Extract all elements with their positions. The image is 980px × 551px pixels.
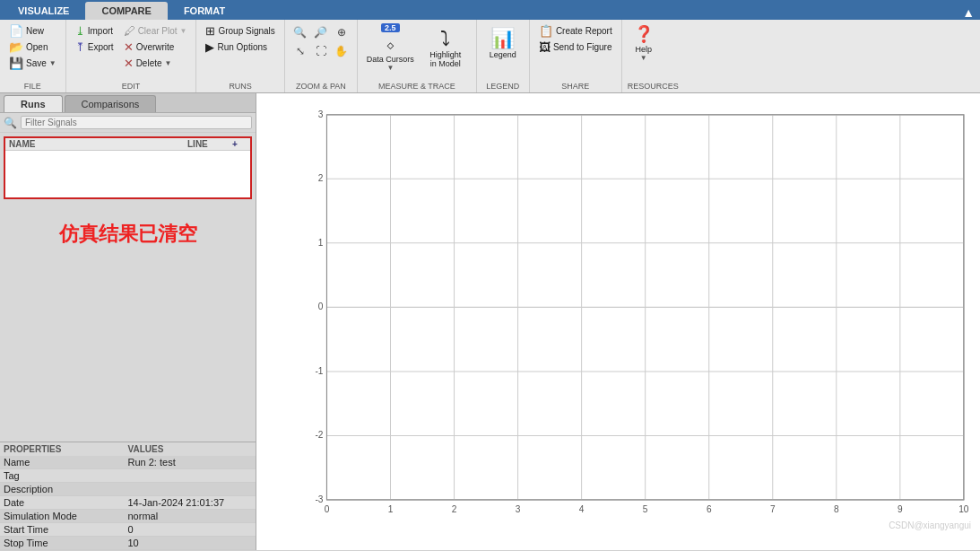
file-buttons: 📄 New 📂 Open 💾 Save ▼ xyxy=(5,23,60,80)
svg-text:-1: -1 xyxy=(315,366,323,376)
svg-text:1: 1 xyxy=(318,238,324,248)
svg-text:0: 0 xyxy=(325,504,330,514)
tab-format[interactable]: FORMAT xyxy=(168,2,241,20)
svg-text:8: 8 xyxy=(834,504,839,514)
svg-text:7: 7 xyxy=(770,504,776,514)
zoom-out-button[interactable]: 🔎 xyxy=(311,23,331,41)
legend-icon: 📊 xyxy=(490,27,515,50)
left-panel: Runs Comparisons 🔍 NAME LINE + 仿真结果已清空 P… xyxy=(0,93,256,550)
property-row: Tag xyxy=(0,469,256,483)
open-icon: 📂 xyxy=(9,40,23,54)
property-row: NameRun 2: test xyxy=(0,456,256,469)
ribbon-toolbar: 📄 New 📂 Open 💾 Save ▼ FILE ⤓ xyxy=(0,20,980,93)
create-report-icon: 📋 xyxy=(539,24,553,38)
add-signal-button[interactable]: + xyxy=(232,139,247,149)
legend-button[interactable]: 📊 Legend xyxy=(482,23,524,63)
svg-text:5: 5 xyxy=(643,504,648,514)
delete-icon: ✕ xyxy=(124,57,134,70)
data-cursors-button[interactable]: ⬦ Data Cursors ▼ xyxy=(363,33,418,74)
ribbon-zoom-pan-section: 🔍 🔎 ⊕ ⤡ ⛶ ✋ ZOOM & PAN xyxy=(285,20,358,92)
send-to-figure-button[interactable]: 🖼 Send to Figure xyxy=(535,39,616,55)
ribbon-resources-section: ❓ Help ▼ RESOURCES xyxy=(622,20,684,92)
svg-text:9: 9 xyxy=(898,504,903,514)
property-row: Stop Time10 xyxy=(0,537,256,550)
save-icon: 💾 xyxy=(9,57,23,70)
zoom-cursor-button[interactable]: ⊕ xyxy=(332,23,351,41)
tab-comparisons[interactable]: Comparisons xyxy=(65,95,157,112)
ribbon-edit-section: ⤓ Import ⤒ Export 🖊 Clear Plot ▼ ✕ Overw… xyxy=(66,20,197,92)
delete-button[interactable]: ✕ Delete ▼ xyxy=(120,56,191,71)
collapse-ribbon-button[interactable]: ▲ xyxy=(962,5,980,20)
clear-plot-button[interactable]: 🖊 Clear Plot ▼ xyxy=(120,23,191,39)
zoom-empty1 xyxy=(291,61,310,79)
group-signals-button[interactable]: ⊞ Group Signals xyxy=(202,23,278,39)
property-row: Start Time0 xyxy=(0,523,256,537)
properties-rows: NameRun 2: testTagDescriptionDate14-Jan-… xyxy=(0,456,256,550)
top-tab-bar: VISUALIZE COMPARE FORMAT ▲ xyxy=(0,0,980,20)
help-button[interactable]: ❓ Help ▼ xyxy=(628,23,660,65)
notice-text: 仿真结果已清空 xyxy=(0,203,256,266)
zoom-x-button[interactable]: ⤡ xyxy=(291,42,310,60)
ribbon-measure-trace-section: 2.5 ⬦ Data Cursors ▼ ⤵ Highlight in Mode… xyxy=(358,20,477,92)
group-signals-icon: ⊞ xyxy=(205,24,215,38)
tab-visualize[interactable]: VISUALIZE xyxy=(2,2,85,20)
overwrite-icon: ✕ xyxy=(124,40,134,54)
svg-text:10: 10 xyxy=(958,504,969,514)
zoom-empty2 xyxy=(311,61,331,79)
open-button[interactable]: 📂 Open xyxy=(5,39,60,55)
run-options-icon: ▶ xyxy=(205,40,214,54)
data-cursors-container: 2.5 ⬦ Data Cursors ▼ xyxy=(363,23,418,74)
search-icon: 🔍 xyxy=(4,117,17,129)
ribbon-file-section: 📄 New 📂 Open 💾 Save ▼ FILE xyxy=(0,20,66,92)
data-cursors-icon: ⬦ xyxy=(386,35,395,55)
tab-runs[interactable]: Runs xyxy=(4,95,63,112)
ribbon-runs-section: ⊞ Group Signals ▶ Run Options RUNS xyxy=(196,20,284,92)
chart-area: 3210-1-2-3012345678910 CSDN@xiangyangui xyxy=(256,93,980,550)
create-report-button[interactable]: 📋 Create Report xyxy=(535,23,616,39)
signal-list: NAME LINE + xyxy=(4,136,252,199)
properties-panel: PROPERTIES VALUES NameRun 2: testTagDesc… xyxy=(0,442,256,550)
svg-text:-3: -3 xyxy=(315,494,323,504)
zoom-empty3 xyxy=(332,61,351,79)
zoom-fit-button[interactable]: ⛶ xyxy=(311,42,331,60)
export-icon: ⤒ xyxy=(75,40,85,54)
send-to-figure-icon: 🖼 xyxy=(539,40,551,54)
export-button[interactable]: ⤒ Export xyxy=(72,39,117,55)
property-row: Simulation Modenormal xyxy=(0,510,256,523)
zoom-pan-grid: 🔍 🔎 ⊕ ⤡ ⛶ ✋ xyxy=(291,23,351,79)
svg-text:2: 2 xyxy=(452,504,457,514)
filter-signals-input[interactable] xyxy=(21,116,252,129)
edit-buttons: ⤓ Import ⤒ Export 🖊 Clear Plot ▼ ✕ Overw… xyxy=(72,23,191,80)
help-icon: ❓ xyxy=(634,25,654,45)
pan-button[interactable]: ✋ xyxy=(332,42,351,60)
svg-text:3: 3 xyxy=(516,504,521,514)
import-button[interactable]: ⤓ Import xyxy=(72,23,117,39)
highlight-in-model-button[interactable]: ⤵ Highlight in Model xyxy=(421,23,471,72)
run-options-button[interactable]: ▶ Run Options xyxy=(202,39,278,55)
import-icon: ⤓ xyxy=(75,24,85,38)
highlight-icon: ⤵ xyxy=(440,27,450,50)
property-row: Description xyxy=(0,483,256,496)
badge-25: 2.5 xyxy=(381,23,400,32)
filter-row: 🔍 xyxy=(0,113,256,133)
svg-text:6: 6 xyxy=(707,504,712,514)
ribbon-share-section: 📋 Create Report 🖼 Send to Figure SHARE xyxy=(530,20,622,92)
new-button[interactable]: 📄 New xyxy=(5,23,60,39)
new-icon: 📄 xyxy=(9,24,23,38)
svg-text:1: 1 xyxy=(388,504,394,514)
chart-svg: 3210-1-2-3012345678910 xyxy=(292,101,973,532)
runs-buttons: ⊞ Group Signals ▶ Run Options xyxy=(202,23,278,80)
zoom-in-button[interactable]: 🔍 xyxy=(291,23,310,41)
svg-text:2: 2 xyxy=(318,173,324,183)
svg-text:-2: -2 xyxy=(315,430,323,440)
panel-tabs: Runs Comparisons xyxy=(0,93,256,113)
clear-plot-icon: 🖊 xyxy=(124,24,135,38)
overwrite-button[interactable]: ✕ Overwrite xyxy=(120,39,191,55)
main-area: Runs Comparisons 🔍 NAME LINE + 仿真结果已清空 P… xyxy=(0,93,980,550)
signal-list-header: NAME LINE + xyxy=(5,138,250,151)
property-row: Date14-Jan-2024 21:01:37 xyxy=(0,496,256,510)
svg-text:3: 3 xyxy=(318,109,324,119)
save-button[interactable]: 💾 Save ▼ xyxy=(5,56,60,71)
svg-text:0: 0 xyxy=(318,302,324,311)
tab-compare[interactable]: COMPARE xyxy=(85,2,167,20)
